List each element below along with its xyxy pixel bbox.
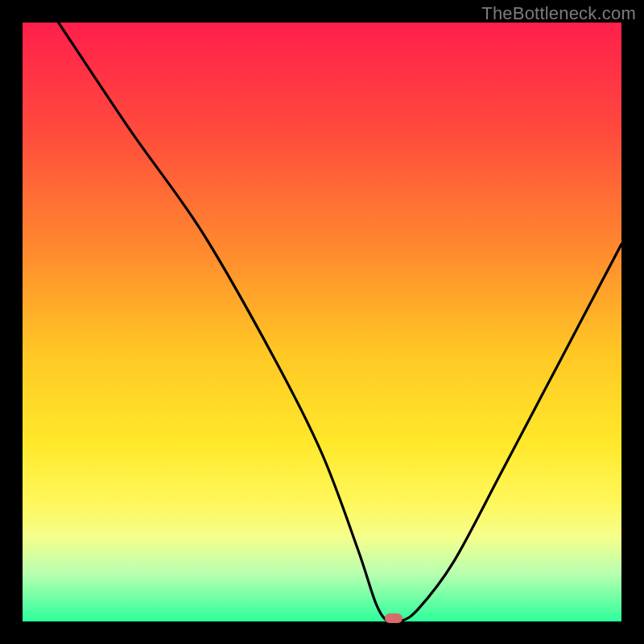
plot-area [23, 23, 621, 621]
bottleneck-curve [23, 23, 621, 621]
chart-frame: TheBottleneck.com [0, 0, 644, 644]
attribution-text: TheBottleneck.com [481, 3, 636, 24]
minimum-marker [385, 613, 402, 623]
